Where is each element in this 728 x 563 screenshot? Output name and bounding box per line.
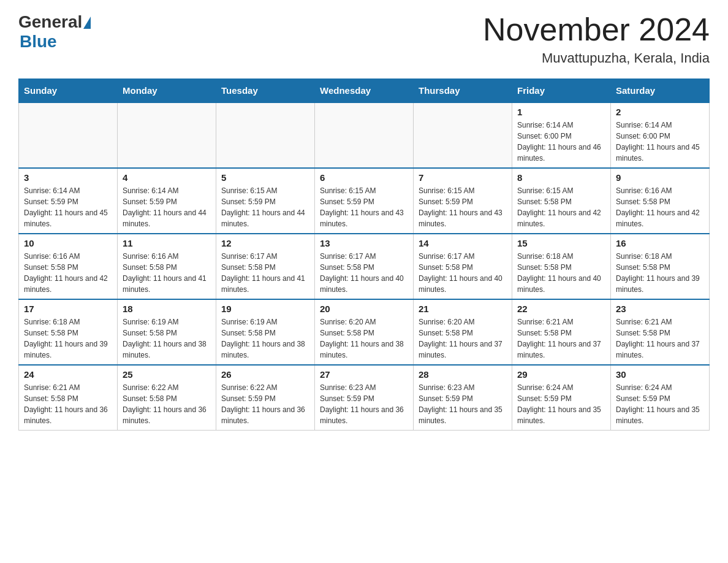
- day-number: 16: [616, 238, 704, 248]
- day-info: Sunrise: 6:14 AM Sunset: 5:59 PM Dayligh…: [24, 185, 112, 229]
- calendar-day-header: Thursday: [414, 79, 512, 103]
- day-info: Sunrise: 6:23 AM Sunset: 5:59 PM Dayligh…: [419, 382, 507, 426]
- day-number: 29: [517, 369, 605, 380]
- calendar-day-cell: 20Sunrise: 6:20 AM Sunset: 5:58 PM Dayli…: [315, 299, 414, 365]
- calendar-day-header: Sunday: [19, 79, 118, 103]
- day-number: 9: [616, 172, 704, 183]
- day-info: Sunrise: 6:20 AM Sunset: 5:58 PM Dayligh…: [419, 316, 507, 361]
- calendar-subtitle: Muvattupuzha, Kerala, India: [483, 50, 710, 66]
- day-info: Sunrise: 6:14 AM Sunset: 5:59 PM Dayligh…: [123, 185, 211, 229]
- calendar-day-header: Tuesday: [216, 79, 315, 103]
- day-number: 2: [616, 107, 704, 117]
- calendar-day-header: Saturday: [611, 79, 710, 103]
- day-number: 18: [123, 304, 211, 314]
- day-info: Sunrise: 6:22 AM Sunset: 5:59 PM Dayligh…: [221, 382, 309, 426]
- day-info: Sunrise: 6:14 AM Sunset: 6:00 PM Dayligh…: [517, 120, 605, 164]
- day-number: 27: [320, 369, 408, 380]
- logo-triangle-icon: [83, 17, 91, 29]
- day-number: 30: [616, 369, 704, 380]
- day-info: Sunrise: 6:18 AM Sunset: 5:58 PM Dayligh…: [517, 251, 605, 295]
- day-info: Sunrise: 6:16 AM Sunset: 5:58 PM Dayligh…: [24, 251, 112, 295]
- day-number: 24: [24, 369, 112, 380]
- day-info: Sunrise: 6:21 AM Sunset: 5:58 PM Dayligh…: [24, 382, 112, 426]
- calendar-day-cell: 29Sunrise: 6:24 AM Sunset: 5:59 PM Dayli…: [512, 365, 611, 431]
- day-info: Sunrise: 6:17 AM Sunset: 5:58 PM Dayligh…: [221, 251, 309, 295]
- calendar-day-cell: 30Sunrise: 6:24 AM Sunset: 5:59 PM Dayli…: [611, 365, 710, 431]
- calendar-day-header: Monday: [118, 79, 216, 103]
- day-info: Sunrise: 6:17 AM Sunset: 5:58 PM Dayligh…: [419, 251, 507, 295]
- day-info: Sunrise: 6:19 AM Sunset: 5:58 PM Dayligh…: [123, 316, 211, 361]
- day-info: Sunrise: 6:20 AM Sunset: 5:58 PM Dayligh…: [320, 316, 408, 361]
- calendar-day-cell: 4Sunrise: 6:14 AM Sunset: 5:59 PM Daylig…: [118, 168, 216, 234]
- day-info: Sunrise: 6:22 AM Sunset: 5:58 PM Dayligh…: [123, 382, 211, 426]
- day-info: Sunrise: 6:15 AM Sunset: 5:58 PM Dayligh…: [517, 185, 605, 229]
- day-info: Sunrise: 6:21 AM Sunset: 5:58 PM Dayligh…: [517, 316, 605, 361]
- day-info: Sunrise: 6:15 AM Sunset: 5:59 PM Dayligh…: [419, 185, 507, 229]
- page-header: General Blue November 2024 Muvattupuzha,…: [18, 12, 710, 66]
- day-info: Sunrise: 6:18 AM Sunset: 5:58 PM Dayligh…: [616, 251, 704, 295]
- calendar-day-cell: 5Sunrise: 6:15 AM Sunset: 5:59 PM Daylig…: [216, 168, 315, 234]
- day-number: 12: [221, 238, 309, 248]
- calendar-day-cell: 3Sunrise: 6:14 AM Sunset: 5:59 PM Daylig…: [19, 168, 118, 234]
- calendar-day-cell: [216, 102, 315, 168]
- calendar-day-cell: 7Sunrise: 6:15 AM Sunset: 5:59 PM Daylig…: [414, 168, 512, 234]
- calendar-table: SundayMondayTuesdayWednesdayThursdayFrid…: [18, 79, 710, 431]
- calendar-day-cell: 1Sunrise: 6:14 AM Sunset: 6:00 PM Daylig…: [512, 102, 611, 168]
- day-number: 28: [419, 369, 507, 380]
- calendar-day-cell: 26Sunrise: 6:22 AM Sunset: 5:59 PM Dayli…: [216, 365, 315, 431]
- day-info: Sunrise: 6:15 AM Sunset: 5:59 PM Dayligh…: [221, 185, 309, 229]
- day-number: 21: [419, 304, 507, 314]
- calendar-day-cell: 8Sunrise: 6:15 AM Sunset: 5:58 PM Daylig…: [512, 168, 611, 234]
- day-number: 14: [419, 238, 507, 248]
- day-info: Sunrise: 6:23 AM Sunset: 5:59 PM Dayligh…: [320, 382, 408, 426]
- day-number: 10: [24, 238, 112, 248]
- day-info: Sunrise: 6:17 AM Sunset: 5:58 PM Dayligh…: [320, 251, 408, 295]
- calendar-day-cell: 11Sunrise: 6:16 AM Sunset: 5:58 PM Dayli…: [118, 234, 216, 299]
- day-number: 1: [517, 107, 605, 117]
- calendar-day-cell: 25Sunrise: 6:22 AM Sunset: 5:58 PM Dayli…: [118, 365, 216, 431]
- calendar-week-row: 3Sunrise: 6:14 AM Sunset: 5:59 PM Daylig…: [19, 168, 710, 234]
- calendar-day-cell: 14Sunrise: 6:17 AM Sunset: 5:58 PM Dayli…: [414, 234, 512, 299]
- logo: General Blue: [18, 12, 91, 52]
- calendar-day-cell: 13Sunrise: 6:17 AM Sunset: 5:58 PM Dayli…: [315, 234, 414, 299]
- calendar-day-cell: 15Sunrise: 6:18 AM Sunset: 5:58 PM Dayli…: [512, 234, 611, 299]
- day-info: Sunrise: 6:18 AM Sunset: 5:58 PM Dayligh…: [24, 316, 112, 361]
- day-number: 13: [320, 238, 408, 248]
- calendar-day-cell: 18Sunrise: 6:19 AM Sunset: 5:58 PM Dayli…: [118, 299, 216, 365]
- day-number: 23: [616, 304, 704, 314]
- day-number: 7: [419, 172, 507, 183]
- calendar-week-row: 17Sunrise: 6:18 AM Sunset: 5:58 PM Dayli…: [19, 299, 710, 365]
- calendar-day-cell: [315, 102, 414, 168]
- title-section: November 2024 Muvattupuzha, Kerala, Indi…: [483, 12, 710, 66]
- calendar-day-cell: 17Sunrise: 6:18 AM Sunset: 5:58 PM Dayli…: [19, 299, 118, 365]
- day-info: Sunrise: 6:19 AM Sunset: 5:58 PM Dayligh…: [221, 316, 309, 361]
- day-info: Sunrise: 6:16 AM Sunset: 5:58 PM Dayligh…: [123, 251, 211, 295]
- day-number: 20: [320, 304, 408, 314]
- calendar-title: November 2024: [483, 12, 710, 47]
- calendar-day-cell: 21Sunrise: 6:20 AM Sunset: 5:58 PM Dayli…: [414, 299, 512, 365]
- day-number: 3: [24, 172, 112, 183]
- day-number: 11: [123, 238, 211, 248]
- day-info: Sunrise: 6:24 AM Sunset: 5:59 PM Dayligh…: [616, 382, 704, 426]
- day-number: 15: [517, 238, 605, 248]
- calendar-day-cell: 24Sunrise: 6:21 AM Sunset: 5:58 PM Dayli…: [19, 365, 118, 431]
- calendar-day-cell: 16Sunrise: 6:18 AM Sunset: 5:58 PM Dayli…: [611, 234, 710, 299]
- day-number: 26: [221, 369, 309, 380]
- day-number: 22: [517, 304, 605, 314]
- calendar-day-cell: 12Sunrise: 6:17 AM Sunset: 5:58 PM Dayli…: [216, 234, 315, 299]
- calendar-day-header: Friday: [512, 79, 611, 103]
- logo-general-text: General: [18, 12, 82, 32]
- calendar-week-row: 24Sunrise: 6:21 AM Sunset: 5:58 PM Dayli…: [19, 365, 710, 431]
- calendar-day-cell: [414, 102, 512, 168]
- day-number: 6: [320, 172, 408, 183]
- calendar-day-cell: 9Sunrise: 6:16 AM Sunset: 5:58 PM Daylig…: [611, 168, 710, 234]
- calendar-day-cell: 27Sunrise: 6:23 AM Sunset: 5:59 PM Dayli…: [315, 365, 414, 431]
- calendar-day-cell: 19Sunrise: 6:19 AM Sunset: 5:58 PM Dayli…: [216, 299, 315, 365]
- logo-blue-text: Blue: [20, 32, 57, 51]
- day-number: 4: [123, 172, 211, 183]
- calendar-header-row: SundayMondayTuesdayWednesdayThursdayFrid…: [19, 79, 710, 103]
- calendar-day-header: Wednesday: [315, 79, 414, 103]
- day-number: 17: [24, 304, 112, 314]
- day-info: Sunrise: 6:15 AM Sunset: 5:59 PM Dayligh…: [320, 185, 408, 229]
- day-info: Sunrise: 6:14 AM Sunset: 6:00 PM Dayligh…: [616, 120, 704, 164]
